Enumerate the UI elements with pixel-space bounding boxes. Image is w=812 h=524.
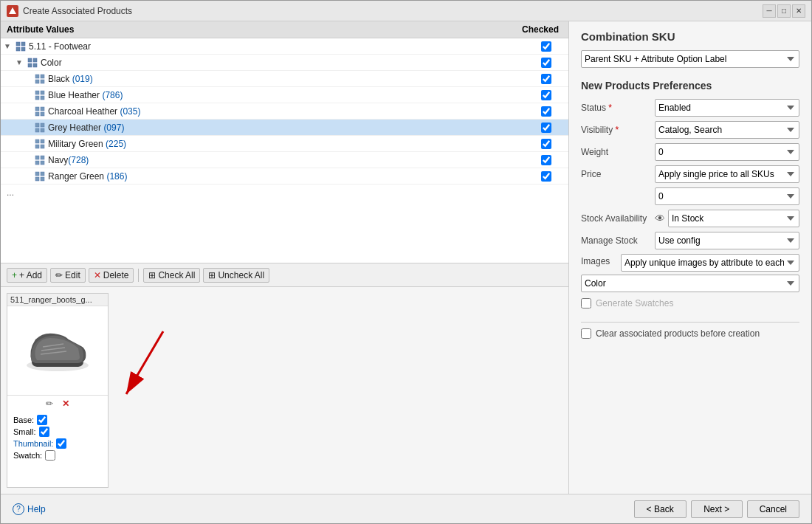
charcoal-checkbox[interactable] — [524, 106, 568, 117]
price-row: Price Apply single price to all SKUs Use… — [581, 165, 799, 183]
footwear-checkbox[interactable] — [524, 41, 568, 52]
visibility-label: Visibility * — [581, 125, 655, 135]
visibility-select[interactable]: Catalog, Search Catalog Search Not Visib… — [655, 121, 799, 139]
title-bar: Create Associated Products ─ □ ✕ — [1, 1, 811, 21]
blue-check[interactable] — [541, 90, 551, 100]
help-label: Help — [27, 504, 46, 514]
help-link[interactable]: ? Help — [13, 503, 46, 515]
stock-label: Stock Availability — [581, 213, 655, 224]
maximize-button[interactable]: □ — [777, 4, 791, 18]
thumbnail-checkbox[interactable] — [56, 438, 66, 449]
swatch-checkbox[interactable] — [45, 450, 55, 461]
next-button[interactable]: Next > — [691, 500, 743, 518]
military-check[interactable] — [541, 139, 551, 149]
navy-check[interactable] — [541, 155, 551, 165]
grid-small-icon — [34, 106, 46, 117]
base-checkbox-row: Base: — [13, 415, 102, 425]
footwear-label: 5.11 - Footwear — [29, 41, 91, 52]
svg-rect-1 — [21, 42, 25, 46]
tree-row-highlighted[interactable]: Grey Heather (097) — [1, 120, 568, 136]
images-select-control: Apply unique images by attribute to each… — [621, 254, 799, 272]
tree-row[interactable]: Blue Heather (786) — [1, 87, 568, 103]
base-checkbox[interactable] — [37, 415, 47, 425]
close-button[interactable]: ✕ — [792, 4, 805, 18]
weight-select[interactable]: 0 — [655, 143, 799, 161]
expand-footwear[interactable]: ▼ — [4, 42, 13, 50]
small-checkbox[interactable] — [39, 427, 49, 437]
manage-stock-select[interactable]: Use config Yes No — [655, 232, 799, 249]
color-checkbox[interactable] — [524, 58, 568, 68]
svg-rect-24 — [35, 139, 39, 143]
toolbar-separator — [138, 269, 139, 282]
blue-checkbox[interactable] — [524, 90, 568, 100]
price-select[interactable]: Apply single price to all SKUs Use uniqu… — [655, 165, 799, 183]
svg-rect-23 — [41, 128, 44, 132]
black-check[interactable] — [541, 74, 551, 84]
weight-control: 0 — [655, 143, 799, 161]
images-select[interactable]: Apply unique images by attribute to each… — [621, 254, 799, 272]
tree-row[interactable]: Charcoal Heather (035) — [1, 103, 568, 120]
bottom-buttons: < Back Next > Cancel — [634, 500, 799, 518]
tree-row[interactable]: Black (019) — [1, 71, 568, 87]
svg-rect-21 — [41, 123, 44, 127]
svg-rect-32 — [35, 172, 39, 176]
weight-label: Weight — [581, 147, 655, 157]
visibility-control: Catalog, Search Catalog Search Not Visib… — [655, 121, 799, 139]
delete-button[interactable]: ✕ Delete — [89, 268, 134, 283]
price-amount-control: 0 — [655, 187, 799, 205]
edit-image-icon[interactable]: ✏ — [46, 399, 53, 409]
black-checkbox[interactable] — [524, 74, 568, 84]
svg-rect-7 — [33, 63, 37, 67]
stock-select[interactable]: In Stock Out of Stock — [668, 210, 799, 227]
clear-products-label: Clear associated products before creatio… — [596, 328, 760, 339]
minimize-button[interactable]: ─ — [763, 4, 776, 18]
attribute-tree: Attribute Values Checked ▼ — [1, 21, 568, 263]
svg-rect-30 — [35, 161, 39, 165]
main-window: Create Associated Products ─ □ ✕ Attribu… — [0, 0, 812, 524]
delete-image-icon[interactable]: ✕ — [62, 399, 69, 409]
ranger-check[interactable] — [541, 171, 551, 182]
cancel-button[interactable]: Cancel — [747, 500, 799, 518]
ranger-checkbox[interactable] — [524, 171, 568, 182]
svg-rect-15 — [41, 96, 44, 100]
divider — [581, 322, 799, 323]
tree-row[interactable]: ▼ Color — [1, 55, 568, 71]
grey-check[interactable] — [541, 123, 551, 133]
more-indicator: ... — [1, 185, 568, 201]
grid-small-icon — [34, 170, 46, 182]
black-label: Black (019) — [48, 74, 93, 84]
x-icon: ✕ — [94, 270, 101, 280]
price-amount-select[interactable]: 0 — [655, 187, 799, 205]
military-checkbox[interactable] — [524, 139, 568, 149]
grid-small-icon — [34, 138, 46, 150]
grey-checkbox[interactable] — [524, 123, 568, 133]
tree-header-checked: Checked — [518, 24, 562, 35]
tree-row[interactable]: Ranger Green (186) — [1, 168, 568, 185]
check-all-icon: ⊞ — [148, 270, 156, 280]
combo-sku-select[interactable]: Parent SKU + Attribute Option Label Pare… — [581, 50, 799, 68]
status-row: Status * Enabled Disabled — [581, 99, 799, 117]
check-all-button[interactable]: ⊞ Check All — [143, 268, 200, 283]
edit-button[interactable]: ✏ Edit — [50, 268, 86, 283]
clear-products-checkbox[interactable] — [581, 328, 591, 339]
visibility-row: Visibility * Catalog, Search Catalog Sea… — [581, 121, 799, 139]
generate-swatches-checkbox[interactable] — [581, 298, 591, 308]
color-check[interactable] — [541, 58, 551, 68]
add-button[interactable]: + + Add — [7, 268, 47, 283]
back-button[interactable]: < Back — [634, 500, 687, 518]
svg-rect-10 — [35, 80, 39, 83]
charcoal-check[interactable] — [541, 106, 551, 117]
tree-row[interactable]: Navy(728) — [1, 152, 568, 168]
tree-row[interactable]: Military Green (225) — [1, 136, 568, 152]
grid-small-icon — [34, 73, 46, 85]
uncheck-all-button[interactable]: ⊞ Uncheck All — [203, 268, 269, 283]
footwear-check[interactable] — [541, 41, 551, 52]
tree-row[interactable]: ▼ 5.11 - Footwear — [1, 38, 568, 55]
grid-small-icon — [34, 89, 46, 101]
expand-color[interactable]: ▼ — [16, 58, 24, 66]
images-row: Images Apply unique images by attribute … — [581, 254, 799, 272]
navy-checkbox[interactable] — [524, 155, 568, 165]
status-select[interactable]: Enabled Disabled — [655, 99, 799, 117]
svg-rect-12 — [35, 91, 39, 94]
image-attribute-select[interactable]: Color Size — [581, 275, 799, 292]
